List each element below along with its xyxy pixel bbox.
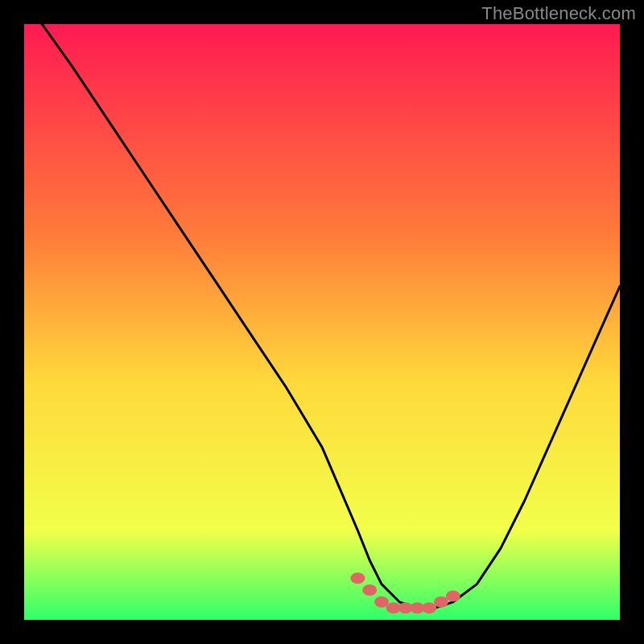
highlight-dot xyxy=(362,584,377,596)
gradient-background xyxy=(24,24,620,620)
bottleneck-chart xyxy=(24,24,620,620)
highlight-dot xyxy=(374,597,389,608)
watermark-text: TheBottleneck.com xyxy=(481,3,636,24)
highlight-dot xyxy=(434,597,448,608)
highlight-dot xyxy=(422,602,436,613)
chart-frame: TheBottleneck.com xyxy=(0,0,644,644)
plot-area xyxy=(24,24,620,620)
highlight-dot xyxy=(446,590,460,601)
highlight-dot xyxy=(350,572,365,584)
